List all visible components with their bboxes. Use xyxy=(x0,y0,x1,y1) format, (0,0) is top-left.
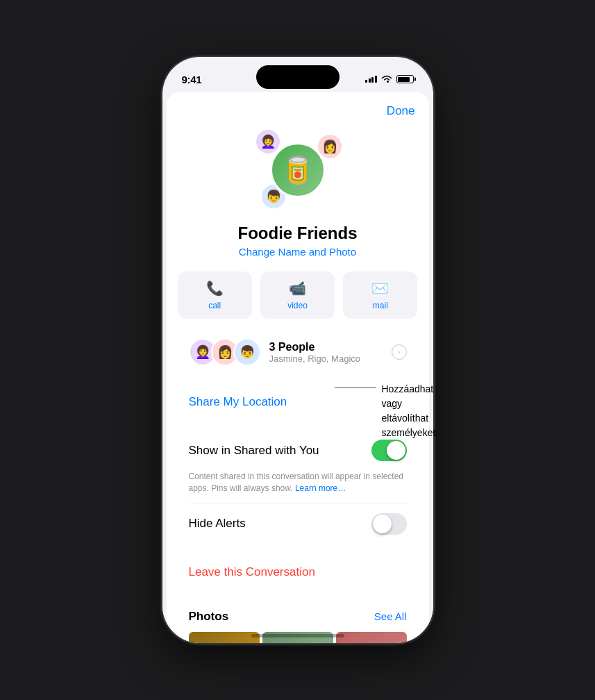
leave-label: Leave this Conversation xyxy=(189,565,315,578)
call-icon: 📞 xyxy=(206,280,224,297)
done-button[interactable]: Done xyxy=(387,104,415,118)
avatar-section: 👩‍🦱 👩 👦 🥫 Foodie Friends Change Name and… xyxy=(167,118,429,272)
chevron-right-icon: › xyxy=(392,344,407,360)
share-location-label: Share My Location xyxy=(189,395,287,408)
show-shared-toggle[interactable] xyxy=(371,440,407,461)
people-avatar-3: 👦 xyxy=(233,338,261,366)
people-row[interactable]: 👩‍🦱 👩 👦 3 People Jasmine, Rigo, Magico › xyxy=(178,330,418,374)
mail-label: mail xyxy=(373,301,388,310)
group-emoji: 🥫 xyxy=(281,155,314,185)
video-button[interactable]: 📹 video xyxy=(260,272,335,319)
change-name-link[interactable]: Change Name and Photo xyxy=(239,246,356,258)
call-label: call xyxy=(208,301,221,310)
mail-button[interactable]: ✉️ mail xyxy=(343,272,417,319)
photos-header: Photos See All xyxy=(189,610,407,624)
hide-alerts-toggle[interactable] xyxy=(371,513,407,535)
mail-icon: ✉️ xyxy=(371,280,389,297)
dynamic-island xyxy=(256,65,340,89)
avatar-cluster: 👩‍🦱 👩 👦 🥫 xyxy=(249,125,346,215)
learn-more-link[interactable]: Learn more… xyxy=(295,483,346,493)
people-count: 3 People xyxy=(269,341,392,353)
status-time: 9:41 xyxy=(182,74,202,85)
leave-row[interactable]: Leave this Conversation xyxy=(178,553,418,592)
share-location-row[interactable]: Share My Location xyxy=(178,383,418,422)
photos-title: Photos xyxy=(189,610,229,624)
video-label: video xyxy=(287,301,308,310)
people-info: 3 People Jasmine, Rigo, Magico xyxy=(269,341,392,364)
action-buttons-row: 📞 call 📹 video ✉️ mail xyxy=(178,272,418,319)
call-button[interactable]: 📞 call xyxy=(178,272,252,319)
hide-alerts-label: Hide Alerts xyxy=(189,517,246,531)
avatar-main: 🥫 xyxy=(270,142,326,198)
hide-alerts-knob xyxy=(373,515,392,533)
people-section: 👩‍🦱 👩 👦 3 People Jasmine, Rigo, Magico › xyxy=(178,330,418,374)
photo-thumb-1[interactable] xyxy=(189,632,260,643)
phone-frame: 9:41 xyxy=(162,57,433,643)
battery-icon xyxy=(396,75,414,83)
people-names: Jasmine, Rigo, Magico xyxy=(269,353,392,364)
photo-thumb-3[interactable] xyxy=(336,632,407,643)
status-icons xyxy=(365,75,414,83)
show-shared-row: Show in Shared with You xyxy=(189,430,407,471)
video-icon: 📹 xyxy=(289,280,306,297)
hide-alerts-row: Hide Alerts xyxy=(189,503,407,544)
people-avatars: 👩‍🦱 👩 👦 xyxy=(189,338,261,366)
panel: Done 👩‍🦱 👩 👦 🥫 Foodie Friends xyxy=(167,92,429,643)
toggle-knob xyxy=(387,441,405,460)
show-shared-label: Show in Shared with You xyxy=(189,444,319,458)
see-all-link[interactable]: See All xyxy=(374,610,407,622)
home-indicator xyxy=(251,634,344,638)
done-row: Done xyxy=(167,92,429,118)
signal-icon xyxy=(365,76,377,83)
screen-content[interactable]: Done 👩‍🦱 👩 👦 🥫 Foodie Friends xyxy=(162,92,433,643)
group-name: Foodie Friends xyxy=(237,224,357,243)
toggle-description: Content shared in this conversation will… xyxy=(189,471,407,503)
toggle-section: Show in Shared with You Content shared i… xyxy=(178,430,418,544)
wifi-icon xyxy=(381,75,392,83)
